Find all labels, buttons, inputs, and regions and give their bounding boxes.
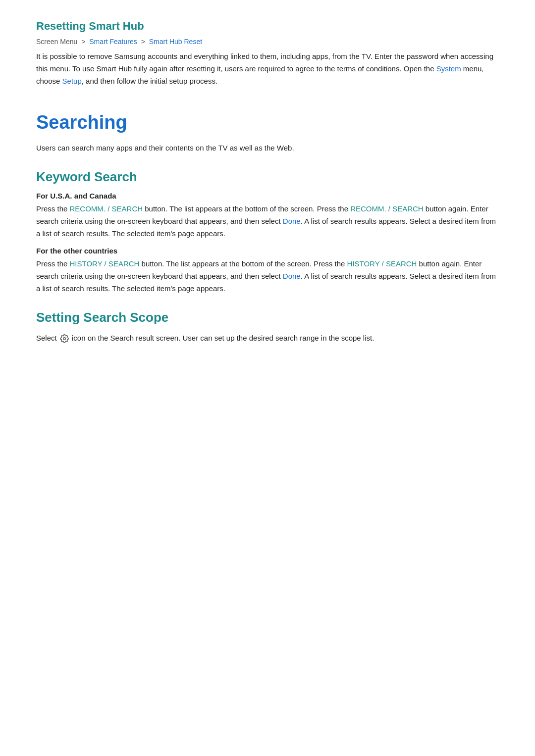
usa-body-start: Press the <box>36 204 70 213</box>
setup-link[interactable]: Setup <box>62 77 82 85</box>
usa-label: For U.S.A. and Canada <box>36 192 499 200</box>
breadcrumb-separator2: > <box>141 38 145 46</box>
searching-intro: Users can search many apps and their con… <box>36 142 499 154</box>
search-scope-body-end: icon on the Search result screen. User c… <box>70 334 374 342</box>
searching-section: Searching Users can search many apps and… <box>36 112 499 154</box>
other-label: For the other countries <box>36 247 499 255</box>
recomm-search-2: RECOMM. / SEARCH <box>350 204 424 213</box>
other-body-mid1: button. The list appears at the bottom o… <box>139 259 347 268</box>
setting-search-scope-section: Setting Search Scope Select icon on the … <box>36 310 499 345</box>
other-body: Press the HISTORY / SEARCH button. The l… <box>36 258 499 295</box>
gear-icon <box>60 334 69 343</box>
history-search-2: HISTORY / SEARCH <box>347 259 417 268</box>
searching-title: Searching <box>36 112 499 133</box>
resetting-body-end: , and then follow the initial setup proc… <box>82 77 217 85</box>
recomm-search-1: RECOMM. / SEARCH <box>70 204 143 213</box>
search-scope-title: Setting Search Scope <box>36 310 499 325</box>
breadcrumb-start: Screen Menu <box>36 38 77 46</box>
keyword-search-title: Keyword Search <box>36 169 499 185</box>
done-link-other: Done <box>283 272 301 280</box>
resetting-title: Resetting Smart Hub <box>36 20 499 33</box>
breadcrumb: Screen Menu > Smart Features > Smart Hub… <box>36 38 499 46</box>
keyword-search-section: Keyword Search For U.S.A. and Canada Pre… <box>36 169 499 295</box>
resetting-body: It is possible to remove Samsung account… <box>36 50 499 87</box>
usa-body: Press the RECOMM. / SEARCH button. The l… <box>36 203 499 240</box>
history-search-1: HISTORY / SEARCH <box>70 259 140 268</box>
other-body-start: Press the <box>36 259 70 268</box>
done-link-usa: Done <box>283 217 301 225</box>
resetting-body-text: It is possible to remove Samsung account… <box>36 52 493 73</box>
breadcrumb-link1[interactable]: Smart Features <box>89 38 137 46</box>
svg-point-0 <box>63 337 66 340</box>
breadcrumb-separator1: > <box>81 38 85 46</box>
breadcrumb-link2[interactable]: Smart Hub Reset <box>149 38 202 46</box>
search-scope-body: Select icon on the Search result screen.… <box>36 332 499 345</box>
search-scope-body-start: Select <box>36 334 59 342</box>
system-link[interactable]: System <box>436 64 461 73</box>
resetting-smart-hub-section: Resetting Smart Hub Screen Menu > Smart … <box>36 20 499 87</box>
usa-body-mid1: button. The list appears at the bottom o… <box>143 204 350 213</box>
